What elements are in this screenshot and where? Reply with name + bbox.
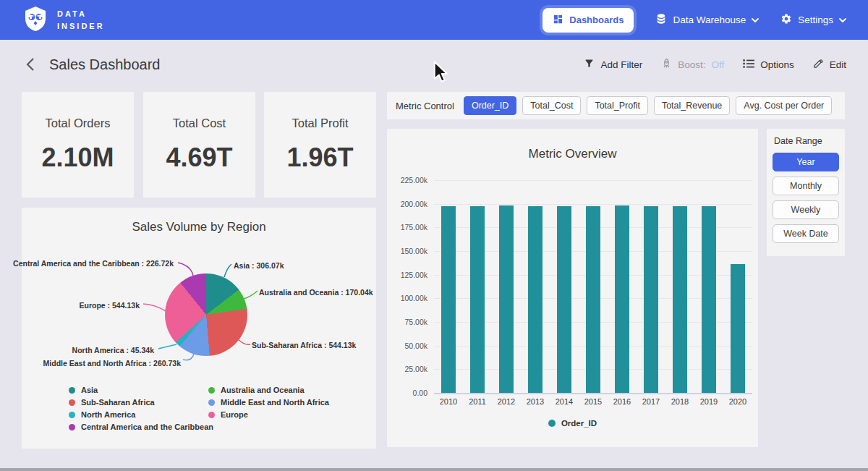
bar-chart-card: Metric Overview 225.00k200.00k175.00k150…	[387, 129, 758, 447]
kpi-label: Total Orders	[22, 116, 134, 130]
y-tick-label: 25.00k	[404, 365, 427, 373]
bar-2014[interactable]	[557, 206, 571, 393]
x-tick-label: 2011	[463, 397, 492, 406]
bar-2016[interactable]	[615, 205, 629, 393]
kpi-card-total-profit: Total Profit 1.96T	[264, 92, 376, 198]
pie-callout-middle-east-north-africa: Middle East and North Africa : 260.73k	[43, 359, 181, 368]
bar-2017[interactable]	[644, 206, 658, 393]
date-range-buttons: YearMonthlyWeeklyWeek Date	[773, 153, 839, 243]
pie-legend-column-2: Australia and OceaniaMiddle East and Nor…	[208, 386, 329, 419]
x-tick-label: 2019	[694, 397, 723, 406]
data-warehouse-menu[interactable]: Data Warehouse	[655, 13, 759, 27]
pie-legend-item-europe[interactable]: Europe	[208, 410, 329, 419]
page-title: Sales Dashboard	[49, 56, 160, 73]
bar-2013[interactable]	[528, 206, 542, 393]
bar-chart-legend: Order_ID	[387, 419, 758, 428]
bottom-edge	[0, 468, 868, 471]
date-range-button-week-date[interactable]: Week Date	[773, 224, 839, 243]
boost-label: Boost:	[678, 59, 705, 70]
kpi-card-total-orders: Total Orders 2.10M	[22, 92, 134, 198]
pie-legend-item-central-america-and-the-caribbean[interactable]: Central America and the Caribbean	[69, 423, 213, 431]
settings-menu[interactable]: Settings	[780, 13, 846, 27]
date-range-button-weekly[interactable]: Weekly	[773, 200, 839, 219]
bar-2010[interactable]	[441, 206, 456, 393]
kpi-card-total-cost: Total Cost 4.69T	[143, 92, 255, 198]
bar-2015[interactable]	[586, 206, 600, 393]
legend-dot	[548, 420, 556, 427]
kpi-label: Total Profit	[264, 116, 376, 130]
options-button[interactable]: Options	[743, 59, 794, 71]
x-tick-label: 2012	[492, 397, 521, 406]
legend-dot	[69, 387, 75, 394]
metric-button-total-cost[interactable]: Total_Cost	[522, 96, 581, 115]
legend-dot	[208, 412, 215, 418]
dashboards-button[interactable]: Dashboards	[542, 8, 634, 33]
pie-legend-item-middle-east-and-north-africa[interactable]: Middle East and North Africa	[208, 398, 329, 407]
metric-button-total-revenue[interactable]: Total_Revenue	[654, 96, 730, 115]
edit-button[interactable]: Edit	[813, 58, 846, 71]
x-tick-label: 2016	[608, 397, 637, 406]
add-filter-label: Add Filter	[600, 59, 642, 70]
bar-2012[interactable]	[499, 205, 514, 393]
owl-logo-icon	[22, 6, 49, 35]
metric-control-label: Metric Control	[396, 101, 454, 111]
pie-legend-item-asia[interactable]: Asia	[69, 386, 213, 394]
y-tick-label: 200.00k	[401, 200, 427, 208]
bar-column-2014	[550, 206, 579, 393]
database-icon	[655, 13, 667, 27]
pie-legend-item-australia-and-oceania[interactable]: Australia and Oceania	[208, 386, 329, 394]
chevron-down-icon	[752, 14, 759, 25]
data-warehouse-label: Data Warehouse	[673, 14, 746, 25]
y-tick-label: 150.00k	[401, 247, 427, 255]
pie-legend-item-sub-saharan-africa[interactable]: Sub-Saharan Africa	[69, 398, 213, 407]
date-range-button-year[interactable]: Year	[773, 153, 839, 171]
metric-button-order-id[interactable]: Order_ID	[464, 96, 516, 115]
top-navbar: DATA INSIDER Dashboards Data Warehouse	[0, 0, 868, 40]
metric-button-total-profit[interactable]: Total_Profit	[587, 96, 648, 115]
date-range-label: Date Range	[773, 136, 839, 146]
bar-2019[interactable]	[702, 206, 716, 393]
list-options-icon	[743, 59, 754, 71]
bar-column-2015	[579, 206, 608, 393]
legend-label: Australia and Oceania	[221, 386, 305, 394]
legend-label: Central America and the Caribbean	[81, 423, 213, 431]
brand-logo: DATA INSIDER	[22, 6, 105, 35]
bar-column-2011	[463, 206, 492, 393]
options-label: Options	[760, 59, 794, 70]
kpi-value: 2.10M	[22, 143, 134, 173]
settings-label: Settings	[798, 14, 833, 25]
x-tick-label: 2018	[665, 397, 694, 406]
metric-control-bar: Metric Control Order_IDTotal_CostTotal_P…	[387, 92, 845, 119]
pie-chart[interactable]	[165, 273, 247, 356]
bar-column-2019	[694, 206, 723, 393]
pie-callout-north-america: North America : 45.34k	[72, 346, 154, 355]
y-tick-label: 50.00k	[404, 341, 427, 350]
bar-2018[interactable]	[673, 206, 687, 393]
legend-dot	[208, 399, 215, 406]
legend-label: Middle East and North Africa	[221, 398, 329, 407]
boost-toggle[interactable]: Boost: Off	[661, 58, 724, 71]
pie-legend-item-north-america[interactable]: North America	[69, 410, 213, 419]
bar-column-2018	[665, 206, 694, 393]
date-range-button-monthly[interactable]: Monthly	[773, 177, 839, 195]
dashboards-label: Dashboards	[569, 14, 624, 25]
back-button[interactable]	[22, 56, 38, 72]
metric-button-avg-cost-per-order[interactable]: Avg. Cost per Order	[736, 96, 832, 115]
legend-dot	[69, 424, 75, 430]
legend-label: Europe	[221, 410, 248, 419]
chevron-down-icon	[839, 14, 846, 25]
pie-callout-australia-oceania: Australia and Oceania : 170.04k	[259, 288, 373, 297]
y-tick-label: 125.00k	[401, 271, 427, 279]
x-tick-label: 2017	[637, 397, 665, 406]
pie-callout-sub-saharan-africa: Sub-Saharan Africa : 544.13k	[252, 341, 356, 349]
kpi-label: Total Cost	[143, 116, 255, 130]
brand-name: DATA INSIDER	[57, 8, 105, 32]
bar-chart-title: Metric Overview	[387, 129, 758, 161]
add-filter-button[interactable]: Add Filter	[584, 58, 642, 71]
pie-callout-asia: Asia : 306.07k	[234, 261, 284, 270]
bar-2011[interactable]	[470, 206, 485, 393]
y-tick-label: 0.00	[413, 389, 427, 397]
mouse-cursor	[432, 61, 449, 82]
bar-2020[interactable]	[731, 264, 745, 393]
bar-column-2016	[608, 205, 637, 393]
